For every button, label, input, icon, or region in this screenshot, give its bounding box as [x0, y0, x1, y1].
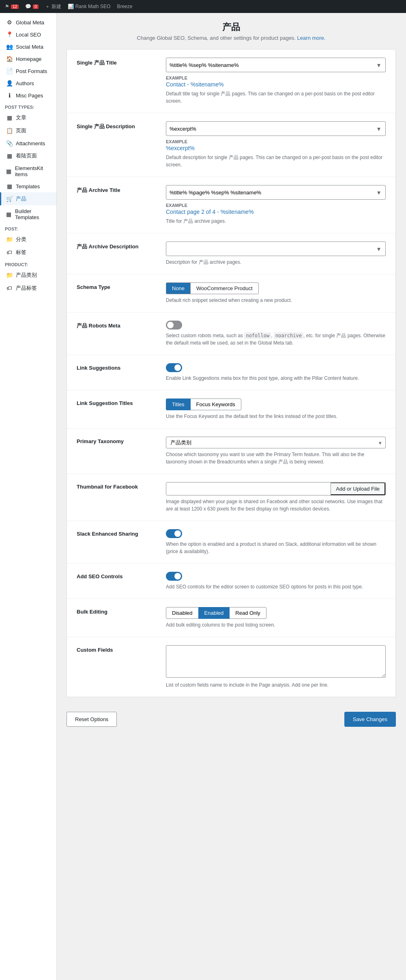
- archive-desc-input-wrap: ▾: [166, 241, 386, 256]
- admin-bar-comments[interactable]: 💬 0: [25, 4, 39, 9]
- archive-title-dropdown-arrow[interactable]: ▾: [376, 189, 382, 196]
- single-desc-input[interactable]: [170, 126, 376, 132]
- robots-meta-toggle[interactable]: [166, 321, 182, 330]
- link-suggestion-titles-label: Link Suggestion Titles: [77, 398, 158, 420]
- sidebar-item-post-formats[interactable]: 📄 Post Formats: [0, 65, 56, 77]
- robots-meta-slider: [166, 321, 182, 330]
- primary-taxonomy-control: 产品类别 Choose which taxonomy you want to u…: [166, 437, 386, 465]
- sidebar-item-templates[interactable]: ▦ Templates: [0, 180, 56, 192]
- sidebar-item-social-meta[interactable]: 👥 Social Meta: [0, 41, 56, 53]
- archive-title-input[interactable]: [170, 190, 376, 196]
- flag-count: 12: [11, 4, 19, 9]
- sidebar: ⚙ Global Meta 📍 Local SEO 👥 Social Meta …: [0, 13, 57, 980]
- sidebar-item-misc-pages[interactable]: ℹ Misc Pages: [0, 89, 56, 101]
- sidebar-item-global-meta[interactable]: ⚙ Global Meta: [0, 16, 56, 28]
- product-label: Product:: [0, 259, 56, 269]
- add-seo-controls-toggle[interactable]: [166, 572, 182, 581]
- bulk-editing-disabled-button[interactable]: Disabled: [166, 607, 199, 619]
- link-suggestion-titles-buttons: Titles Focus Keywords: [166, 398, 386, 410]
- gear-icon: ⚙: [6, 19, 13, 26]
- archive-title-example-value: Contact page 2 of 4 - %sitename%: [166, 209, 386, 215]
- sidebar-item-label: 分类: [16, 236, 26, 243]
- slack-sharing-control: When the option is enabled and a product…: [166, 529, 386, 555]
- sidebar-item-local-seo[interactable]: 📍 Local SEO: [0, 28, 56, 41]
- sidebar-item-fenlei[interactable]: 📁 分类: [0, 233, 56, 246]
- sidebar-item-product-tag[interactable]: 🏷 产品标签: [0, 282, 56, 295]
- comment-count: 0: [33, 4, 39, 9]
- product-tag-icon: 🏷: [6, 285, 13, 291]
- admin-bar-breeze[interactable]: Breeze: [117, 4, 132, 9]
- thumbnail-facebook-control: Add or Upload File Image displayed when …: [166, 482, 386, 513]
- sidebar-item-chanpin[interactable]: 🛒 产品: [0, 192, 56, 205]
- schema-woo-button[interactable]: WooCommerce Product: [190, 282, 258, 294]
- page-title: 产品: [67, 21, 396, 33]
- post-types-label: Post Types:: [0, 101, 56, 111]
- page-subtitle: Change Global SEO, Schema, and other set…: [67, 35, 396, 41]
- sidebar-item-attachments[interactable]: 📎 Attachments: [0, 137, 56, 149]
- setting-single-desc: Single 产品 Description ▾ EXAMPLE %excerpt…: [67, 113, 395, 177]
- link-suggestion-titles-description: Use the Focus Keyword as the default tex…: [166, 413, 386, 420]
- thumbnail-facebook-input[interactable]: [166, 482, 331, 495]
- single-desc-dropdown-arrow[interactable]: ▾: [376, 125, 382, 133]
- schema-none-button[interactable]: None: [166, 282, 191, 294]
- bulk-editing-readonly-button[interactable]: Read Only: [229, 607, 266, 619]
- bulk-editing-buttons: Disabled Enabled Read Only: [166, 607, 386, 619]
- archive-desc-dropdown-arrow[interactable]: ▾: [376, 245, 382, 253]
- rankmath-label: Rank Math SEO: [75, 4, 111, 9]
- sidebar-item-product-category[interactable]: 📁 产品类别: [0, 269, 56, 282]
- custom-fields-textarea[interactable]: [166, 645, 386, 678]
- add-upload-file-button[interactable]: Add or Upload File: [331, 482, 385, 495]
- primary-taxonomy-select-wrap: 产品类别: [166, 437, 386, 448]
- sidebar-item-yemian[interactable]: 📋 页面: [0, 124, 56, 137]
- single-title-example-value: Contact - %sitename%: [166, 81, 386, 88]
- sidebar-item-label: Homepage: [16, 56, 42, 62]
- setting-archive-title: 产品 Archive Title ▾ EXAMPLE Contact page …: [67, 177, 395, 233]
- single-title-label: Single 产品 Title: [77, 58, 158, 105]
- plus-icon: ＋: [45, 3, 50, 10]
- reset-options-button[interactable]: Reset Options: [67, 712, 117, 727]
- admin-bar-new[interactable]: ＋ 新建: [45, 3, 61, 10]
- bulk-editing-enabled-button[interactable]: Enabled: [198, 607, 230, 619]
- archive-title-example-label: EXAMPLE: [166, 203, 386, 208]
- slack-sharing-toggle[interactable]: [166, 529, 182, 538]
- custom-fields-control: List of custom fields name to include in…: [166, 645, 386, 689]
- thumbnail-facebook-description: Image displayed when your page is shared…: [166, 498, 386, 513]
- admin-bar-rankmath[interactable]: 📊 Rank Math SEO: [68, 4, 111, 9]
- admin-bar-flag[interactable]: ⚑ 12: [5, 4, 19, 9]
- custom-fields-description: List of custom fields name to include in…: [166, 681, 386, 689]
- main-content: 产品 Change Global SEO, Schema, and other …: [57, 13, 406, 980]
- add-seo-controls-toggle-wrap: [166, 572, 386, 581]
- primary-taxonomy-label: Primary Taxonomy: [77, 437, 158, 465]
- sidebar-item-biaoqian[interactable]: 🏷 标签: [0, 246, 56, 259]
- sidebar-item-zhanchiye[interactable]: ▦ 着陆页面: [0, 149, 56, 162]
- archive-desc-label: 产品 Archive Description: [77, 241, 158, 266]
- sidebar-item-homepage[interactable]: 🏠 Homepage: [0, 53, 56, 65]
- archive-desc-control: ▾ Description for 产品 archive pages.: [166, 241, 386, 266]
- single-title-input-wrap: ▾: [166, 58, 386, 72]
- post-formats-icon: 📄: [6, 68, 13, 74]
- robots-meta-control: Select custom robots meta, such as nofol…: [166, 321, 386, 347]
- sidebar-item-wenzhang[interactable]: ▦ 文章: [0, 111, 56, 124]
- sidebar-item-builder-templates[interactable]: ▦ Builder Templates: [0, 205, 56, 223]
- titles-button[interactable]: Titles: [166, 398, 191, 410]
- learn-more-link[interactable]: Learn more.: [297, 35, 326, 41]
- link-suggestions-toggle[interactable]: [166, 363, 182, 372]
- sidebar-item-label: Attachments: [16, 140, 45, 146]
- setting-robots-meta: 产品 Robots Meta Select custom robots meta…: [67, 312, 395, 355]
- sidebar-item-label: 产品类别: [16, 271, 37, 279]
- link-suggestions-control: Enable Link Suggestions meta box for thi…: [166, 363, 386, 382]
- sidebar-item-label: 着陆页面: [16, 152, 37, 159]
- primary-taxonomy-select[interactable]: 产品类别: [166, 437, 386, 448]
- thumbnail-facebook-label: Thumbnail for Facebook: [77, 482, 158, 513]
- sidebar-item-authors[interactable]: 👤 Authors: [0, 77, 56, 89]
- post-icon: ▦: [6, 114, 13, 121]
- focus-keywords-button[interactable]: Focus Keywords: [190, 398, 241, 410]
- sidebar-item-elementskit[interactable]: ▦ ElementsKit items: [0, 162, 56, 180]
- save-changes-button[interactable]: Save Changes: [344, 712, 396, 727]
- setting-link-suggestion-titles: Link Suggestion Titles Titles Focus Keyw…: [67, 390, 395, 429]
- template-icon: ▦: [6, 183, 13, 190]
- archive-desc-input[interactable]: [170, 246, 376, 252]
- single-title-input[interactable]: [170, 62, 376, 68]
- single-title-dropdown-arrow[interactable]: ▾: [376, 61, 382, 69]
- sidebar-item-label: Builder Templates: [15, 208, 52, 220]
